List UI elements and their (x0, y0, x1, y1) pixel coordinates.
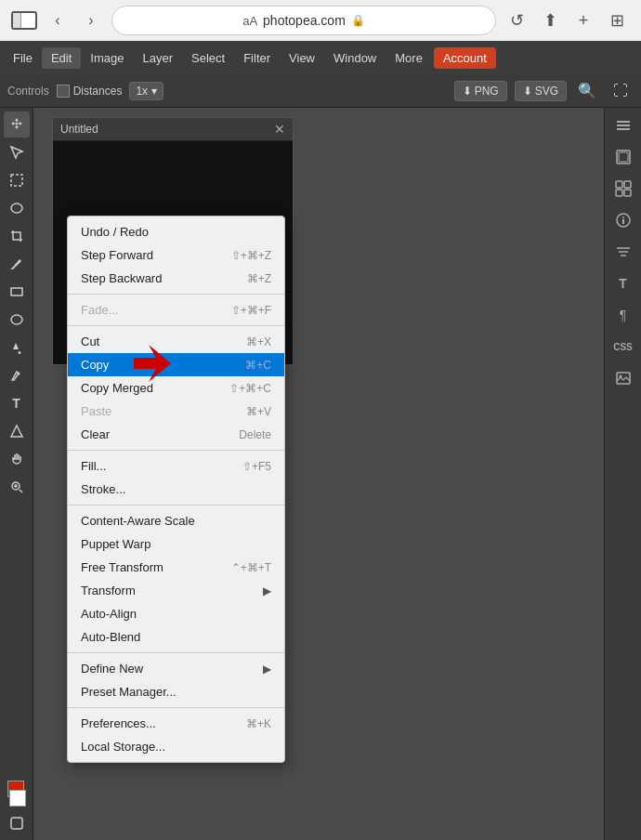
menu-item-window[interactable]: Window (324, 47, 386, 69)
back-button[interactable]: ‹ (45, 7, 71, 33)
site-address: photopea.com (263, 13, 346, 28)
browser-chrome: ‹ › aA photopea.com 🔒 ↺ ⬆ + ⊞ (0, 0, 641, 41)
canvas-panel-header: Untitled ✕ (53, 118, 293, 141)
canvas-close-button[interactable]: ✕ (274, 122, 285, 137)
panel-btn-info[interactable] (609, 206, 637, 234)
tool-select[interactable] (4, 139, 30, 165)
divider-2 (68, 325, 284, 326)
controls-label: Controls (7, 85, 49, 98)
tool-fill[interactable] (4, 335, 30, 361)
search-button[interactable]: 🔍 (574, 78, 600, 104)
zoom-dropdown[interactable]: 1x ▾ (129, 82, 164, 100)
edit-dropdown-menu: Undo / Redo Step Forward ⇧+⌘+Z Step Back… (67, 216, 285, 763)
tool-text[interactable]: T (4, 390, 30, 416)
canvas-panel-title: Untitled (60, 123, 98, 136)
panel-btn-image[interactable] (609, 364, 637, 392)
panel-btn-adjustments[interactable] (609, 238, 637, 266)
menu-copy-merged[interactable]: Copy Merged ⇧+⌘+C (68, 376, 284, 400)
download-png-button[interactable]: ⬇ PNG (454, 81, 507, 101)
panel-btn-channels[interactable] (609, 143, 637, 171)
download-png-icon: ⬇ (463, 85, 472, 98)
menu-item-edit[interactable]: Edit (42, 47, 81, 69)
tool-shape[interactable] (4, 418, 30, 444)
expand-button[interactable]: ⛶ (608, 78, 634, 104)
svg-rect-0 (11, 175, 22, 186)
reload-button[interactable]: ↺ (504, 7, 530, 33)
panel-btn-text[interactable]: T (609, 269, 637, 297)
tool-pen[interactable] (4, 362, 30, 388)
svg-rect-2 (11, 288, 22, 295)
tool-colors[interactable] (4, 779, 30, 808)
menu-transform[interactable]: Transform ▶ (68, 579, 284, 602)
address-bar[interactable]: aA photopea.com 🔒 (111, 6, 496, 35)
svg-rect-22 (622, 219, 624, 224)
distances-label: Distances (73, 85, 123, 98)
menu-free-transform[interactable]: Free Transform ⌃+⌘+T (68, 556, 284, 579)
menu-paste: Paste ⌘+V (68, 400, 284, 423)
lock-icon: 🔒 (351, 14, 365, 27)
menu-copy[interactable]: Copy ⌘+C (68, 353, 284, 376)
share-button[interactable]: ⬆ (537, 7, 563, 33)
menu-fade: Fade... ⇧+⌘+F (68, 298, 284, 322)
menu-clear[interactable]: Clear Delete (68, 423, 284, 446)
svg-rect-11 (617, 121, 630, 123)
svg-rect-17 (624, 181, 631, 188)
svg-point-4 (17, 373, 20, 375)
tool-marquee[interactable] (4, 167, 30, 193)
svg-rect-26 (617, 373, 630, 384)
menu-item-more[interactable]: More (386, 47, 432, 69)
menu-local-storage[interactable]: Local Storage... (68, 735, 284, 758)
zoom-chevron-icon: ▾ (151, 85, 157, 98)
menu-preset-manager[interactable]: Preset Manager... (68, 680, 284, 703)
tool-ellipse[interactable] (4, 307, 30, 333)
tool-zoom[interactable] (4, 474, 30, 500)
tool-crop[interactable] (4, 223, 30, 249)
forward-button[interactable]: › (78, 7, 104, 33)
sidebar-toggle[interactable] (11, 11, 37, 30)
tool-hand[interactable] (4, 446, 30, 472)
menu-puppet-warp[interactable]: Puppet Warp (68, 532, 284, 556)
app-menubar: File Edit Image Layer Select Filter View… (0, 41, 641, 74)
menu-cut[interactable]: Cut ⌘+X (68, 330, 284, 353)
menu-content-aware-scale[interactable]: Content-Aware Scale (68, 509, 284, 532)
zoom-value: 1x (136, 85, 148, 98)
distances-checkbox-area[interactable]: Distances (57, 85, 123, 98)
tool-brush[interactable] (4, 251, 30, 277)
canvas-area: Untitled ✕ (33, 108, 604, 840)
menu-step-forward[interactable]: Step Forward ⇧+⌘+Z (68, 243, 284, 267)
panel-btn-paragraph[interactable]: ¶ (609, 301, 637, 329)
menu-fill[interactable]: Fill... ⇧+F5 (68, 454, 284, 478)
menu-item-layer[interactable]: Layer (134, 47, 183, 69)
panel-btn-css[interactable]: CSS (609, 333, 637, 361)
menu-preferences[interactable]: Preferences... ⌘+K (68, 712, 284, 735)
menu-item-account[interactable]: Account (434, 47, 496, 69)
background-color[interactable] (9, 790, 26, 807)
divider-6 (68, 707, 284, 708)
tool-extra[interactable] (4, 810, 30, 836)
distances-checkbox[interactable] (57, 85, 70, 98)
app-toolbar: Controls Distances 1x ▾ ⬇ PNG ⬇ SVG 🔍 ⛶ (0, 74, 641, 108)
right-panel: T ¶ CSS (604, 108, 641, 840)
tabs-button[interactable]: ⊞ (604, 7, 630, 33)
menu-item-view[interactable]: View (280, 47, 324, 69)
panel-btn-layers[interactable] (609, 112, 637, 139)
tool-move[interactable] (4, 112, 30, 138)
menu-stroke[interactable]: Stroke... (68, 478, 284, 501)
menu-item-select[interactable]: Select (182, 47, 234, 69)
menu-undo-redo[interactable]: Undo / Redo (68, 220, 284, 243)
menu-auto-blend[interactable]: Auto-Blend (68, 625, 284, 649)
menu-item-filter[interactable]: Filter (234, 47, 280, 69)
main-area: T Untitled ✕ (0, 108, 641, 840)
download-svg-button[interactable]: ⬇ SVG (515, 81, 567, 101)
menu-auto-align[interactable]: Auto-Align (68, 602, 284, 625)
panel-btn-history[interactable] (609, 175, 637, 203)
divider-4 (68, 505, 284, 505)
menu-define-new[interactable]: Define New ▶ (68, 657, 284, 680)
menu-item-file[interactable]: File (4, 47, 42, 69)
menu-step-backward[interactable]: Step Backward ⌘+Z (68, 267, 284, 290)
tool-lasso[interactable] (4, 195, 30, 221)
svg-point-21 (622, 217, 624, 218)
tool-rectangle[interactable] (4, 279, 30, 305)
new-tab-button[interactable]: + (570, 7, 596, 33)
menu-item-image[interactable]: Image (81, 47, 133, 69)
